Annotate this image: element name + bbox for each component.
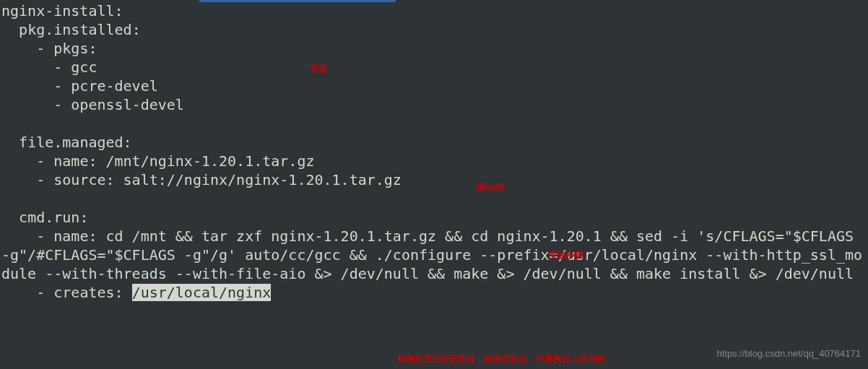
code-line: - openssl-devel (1, 96, 184, 113)
code-line: - source: salt://nginx/nginx-1.20.1.tar.… (1, 171, 402, 188)
code-line: - gcc (1, 58, 97, 76)
code-line: pkg.installed: (1, 21, 141, 38)
code-line: nginx-install: (1, 2, 123, 19)
annotation-tar: 推tar包 (477, 182, 505, 194)
code-line: - pcre-devel (1, 77, 158, 95)
highlighted-path: /usr/local/nginx (132, 284, 272, 301)
annotation-check: 检测是否已经安装过，如果安装过，不再执行上述动作 (397, 354, 605, 365)
code-line: - pkgs: (1, 40, 97, 57)
annotation-steps: 安装步骤 (549, 250, 583, 261)
code-line: - name: cd /mnt && tar zxf nginx-1.20.1.… (1, 227, 862, 282)
terminal-output: nginx-install: pkg.installed: - pkgs: - … (0, 0, 868, 302)
watermark-text: https://blog.csdn.net/qq_40764171 (717, 348, 862, 360)
code-line: file.managed: (1, 134, 132, 151)
code-line: cmd.run: (1, 209, 88, 226)
annotation-install: 安装 (311, 64, 328, 75)
code-line: - name: /mnt/nginx-1.20.1.tar.gz (1, 152, 314, 170)
code-line: - creates: (1, 284, 132, 301)
